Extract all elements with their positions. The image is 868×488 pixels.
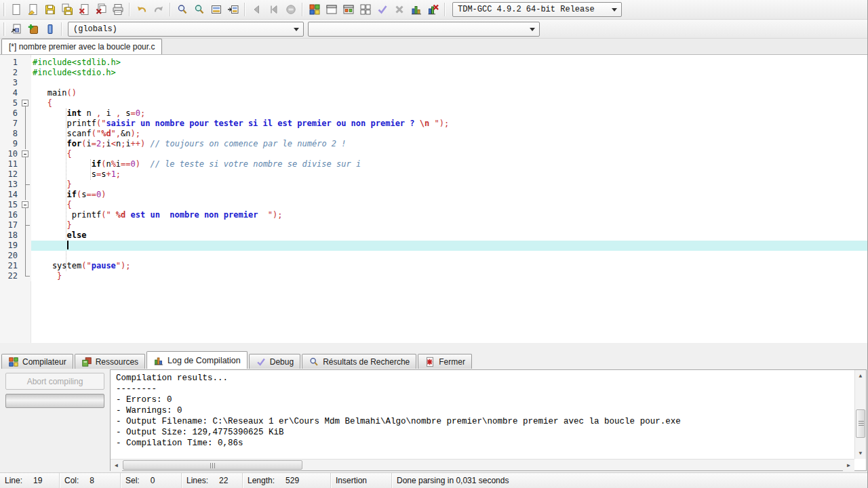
save-icon [44,3,56,16]
open-file-button[interactable] [24,1,41,18]
scroll-up-arrow-icon[interactable]: ▲ [855,370,866,382]
scroll-down-arrow-icon[interactable]: ▼ [855,447,866,459]
fold-marker [20,241,31,251]
find-icon [176,3,189,16]
code-line[interactable]: 3 [0,78,867,88]
compile-log-output[interactable]: Compilation results...--------- Errors: … [110,369,867,471]
panel-tab-fermer[interactable]: Fermer [418,354,472,369]
fold-marker [20,210,31,220]
code-line[interactable]: 1#include<stdlib.h> [0,58,867,68]
delete-profiling-button[interactable] [425,1,441,18]
abort-compilation-button[interactable] [391,1,408,18]
redo-button[interactable] [150,1,167,18]
fold-toggle[interactable] [20,98,31,108]
panel-tab-debug[interactable]: Debug [249,354,300,369]
print-button[interactable] [109,1,126,18]
panel-tab-ressources[interactable]: Ressources [75,354,145,369]
line-number: 9 [0,139,20,149]
compile-button[interactable] [306,1,323,18]
horizontal-scrollbar-thumb[interactable] [123,460,302,470]
code-line[interactable]: 5 { [0,98,867,108]
abort-compiling-button[interactable]: Abort compiling [5,373,104,390]
code-line[interactable]: 13 } [0,180,867,190]
toolbar-separator [129,3,130,16]
forward-button[interactable] [265,1,282,18]
run-button[interactable] [323,1,340,18]
goto-bookmark-button[interactable] [41,21,58,37]
scroll-left-arrow-icon[interactable]: ◀ [111,460,122,471]
goto-function-button[interactable] [224,1,241,18]
ide-window: TDM-GCC 4.9.2 64-bit Release (globals) [… [0,0,868,488]
code-line[interactable]: 18 else [0,230,867,241]
back-button[interactable] [248,1,265,18]
close-all-button[interactable] [92,1,109,18]
code-line[interactable]: 16 printf(" %d est un nombre non premier… [0,210,867,220]
code-line[interactable]: 21 system("pause"); [0,261,867,271]
profile-button[interactable] [408,1,425,18]
code-line[interactable]: 22 } [0,271,867,281]
panel-tab-compilateur[interactable]: Compilateur [1,354,73,369]
code-line[interactable]: 17 } [0,220,867,230]
back-icon [251,3,263,16]
code-line[interactable]: 15 { [0,200,867,210]
code-line[interactable]: 7 printf("saisir un nombre pour tester s… [0,119,867,129]
toolbar-grip[interactable] [3,22,5,36]
chevron-down-icon [294,28,299,31]
code-line[interactable]: 8 scanf("%d",&n); [0,129,867,139]
code-line[interactable]: 11 if(n%i==0) // le teste si votre nombr… [0,159,867,169]
code-line[interactable]: 9 for(i=2;i<n;i++) // toujours on comenc… [0,139,867,149]
code-editor[interactable]: 1#include<stdlib.h>2#include<stdio.h>34 … [0,55,867,343]
compile-run-icon [342,3,355,16]
fold-marker [20,68,31,78]
add-bookmark-button[interactable] [24,21,41,37]
panel-tab-log-de-compilation[interactable]: Log de Compilation [146,351,248,369]
save-button[interactable] [41,1,58,18]
new-file-button[interactable] [7,1,24,18]
rebuild-all-button[interactable] [357,1,374,18]
debug-stop-button[interactable] [282,1,299,18]
find-button[interactable] [174,1,191,18]
code-line[interactable]: 14 if(s==0) [0,190,867,200]
log-line: - Output Filename: C:\Reseaux 1 er\Cours… [116,416,851,427]
fold-toggle[interactable] [20,200,31,210]
log-line: - Output Size: 129,4775390625 KiB [116,427,851,438]
code-line[interactable]: 20 [0,251,867,261]
code-text: { [31,98,867,108]
code-line[interactable]: 4 main() [0,88,867,98]
fold-toggle[interactable] [20,149,31,159]
globals-select[interactable]: (globals) [68,22,304,37]
line-number: 17 [0,220,20,230]
horizontal-scrollbar[interactable]: ◀ ▶ [111,459,854,470]
code-text: for(i=2;i<n;i++) // toujours on comence … [31,139,867,149]
code-line[interactable]: 19 [0,241,867,251]
compiler-select[interactable]: TDM-GCC 4.9.2 64-bit Release [452,2,622,17]
close-all-icon [95,3,107,16]
editor-tab-active[interactable]: [*] nombre premier avec la boucle pour.c [1,39,162,54]
line-number: 10 [0,149,20,159]
scroll-right-arrow-icon[interactable]: ▶ [843,460,854,471]
status-length: Length:529 [243,473,331,488]
syntax-check-button[interactable] [374,1,391,18]
code-line[interactable]: 6 int n , i , s=0; [0,108,867,119]
vertical-scrollbar[interactable]: ▲ ▼ [854,370,866,459]
close-file-button[interactable] [75,1,92,18]
compile-progress-bar [5,394,104,408]
log-line: - Compilation Time: 0,86s [116,438,851,449]
compile-run-button[interactable] [340,1,357,18]
log-line: Compilation results... [116,373,851,384]
code-line[interactable]: 12 s=s+1; [0,169,867,180]
toolbar-grip[interactable] [3,3,5,16]
line-number: 20 [0,251,20,261]
find-in-files-button[interactable] [191,1,208,18]
insert-snippet-button[interactable] [7,21,24,37]
code-line[interactable]: 10 { [0,149,867,159]
panel-tab-r-sultats-de-recherche[interactable]: Résultats de Recherche [302,354,416,369]
undo-button[interactable] [133,1,150,18]
class-member-select[interactable] [308,22,540,37]
save-all-button[interactable] [58,1,75,18]
panel-splitter[interactable] [0,343,867,351]
code-line[interactable]: 2#include<stdio.h> [0,68,867,78]
goto-line-button[interactable] [208,1,224,18]
vertical-scrollbar-thumb[interactable] [856,409,865,438]
line-number: 1 [0,58,20,68]
